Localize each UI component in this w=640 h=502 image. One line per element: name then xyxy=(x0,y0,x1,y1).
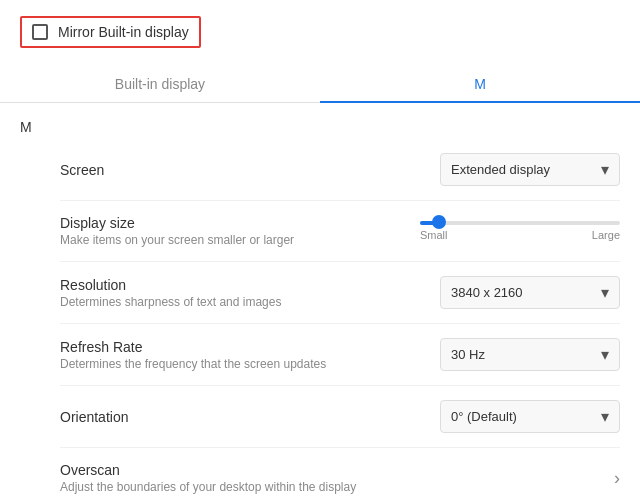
tabs-row: Built-in display M xyxy=(0,66,640,103)
setting-control-resolution: 3840 x 2160 ▾ xyxy=(420,276,620,309)
setting-control-display-size: Small Large xyxy=(420,221,620,241)
refresh-rate-dropdown-arrow-icon: ▾ xyxy=(601,345,609,364)
setting-row-resolution: Resolution Determines sharpness of text … xyxy=(60,262,620,324)
setting-row-screen: Screen Extended display ▾ xyxy=(60,139,620,201)
settings-container: Screen Extended display ▾ Display size M… xyxy=(0,139,640,502)
setting-control-orientation: 0° (Default) ▾ xyxy=(420,400,620,433)
setting-title-refresh-rate: Refresh Rate xyxy=(60,339,400,355)
tab-builtin[interactable]: Built-in display xyxy=(0,66,320,102)
setting-label-orientation: Orientation xyxy=(60,409,420,425)
resolution-dropdown-arrow-icon: ▾ xyxy=(601,283,609,302)
display-size-slider-track[interactable] xyxy=(420,221,620,225)
setting-desc-resolution: Determines sharpness of text and images xyxy=(60,295,400,309)
setting-control-screen: Extended display ▾ xyxy=(420,153,620,186)
overscan-chevron-right-icon: › xyxy=(614,468,620,489)
mirror-label: Mirror Built-in display xyxy=(58,24,189,40)
setting-row-refresh-rate: Refresh Rate Determines the frequency th… xyxy=(60,324,620,386)
resolution-dropdown[interactable]: 3840 x 2160 ▾ xyxy=(440,276,620,309)
active-display-label: M xyxy=(0,103,640,139)
display-size-slider-labels: Small Large xyxy=(420,229,620,241)
top-bar: Mirror Built-in display xyxy=(0,0,640,48)
setting-row-overscan[interactable]: Overscan Adjust the boundaries of your d… xyxy=(60,448,620,502)
setting-control-refresh-rate: 30 Hz ▾ xyxy=(420,338,620,371)
screen-dropdown-arrow-icon: ▾ xyxy=(601,160,609,179)
refresh-rate-dropdown[interactable]: 30 Hz ▾ xyxy=(440,338,620,371)
setting-label-refresh-rate: Refresh Rate Determines the frequency th… xyxy=(60,339,420,371)
setting-desc-overscan: Adjust the boundaries of your desktop wi… xyxy=(60,480,400,494)
setting-label-screen: Screen xyxy=(60,162,420,178)
setting-title-overscan: Overscan xyxy=(60,462,400,478)
setting-label-overscan: Overscan Adjust the boundaries of your d… xyxy=(60,462,420,494)
slider-min-label: Small xyxy=(420,229,448,241)
display-size-slider-thumb[interactable] xyxy=(432,215,446,229)
setting-title-screen: Screen xyxy=(60,162,400,178)
screen-dropdown[interactable]: Extended display ▾ xyxy=(440,153,620,186)
mirror-checkbox[interactable] xyxy=(32,24,48,40)
setting-title-resolution: Resolution xyxy=(60,277,400,293)
slider-max-label: Large xyxy=(592,229,620,241)
setting-title-display-size: Display size xyxy=(60,215,400,231)
setting-title-orientation: Orientation xyxy=(60,409,400,425)
setting-label-display-size: Display size Make items on your screen s… xyxy=(60,215,420,247)
setting-row-display-size: Display size Make items on your screen s… xyxy=(60,201,620,262)
setting-label-resolution: Resolution Determines sharpness of text … xyxy=(60,277,420,309)
tab-external[interactable]: M xyxy=(320,66,640,102)
setting-control-overscan: › xyxy=(420,468,620,489)
display-size-slider-container: Small Large xyxy=(420,221,620,241)
setting-desc-refresh-rate: Determines the frequency that the screen… xyxy=(60,357,400,371)
mirror-checkbox-row[interactable]: Mirror Built-in display xyxy=(20,16,201,48)
orientation-dropdown[interactable]: 0° (Default) ▾ xyxy=(440,400,620,433)
setting-row-orientation: Orientation 0° (Default) ▾ xyxy=(60,386,620,448)
setting-desc-display-size: Make items on your screen smaller or lar… xyxy=(60,233,400,247)
orientation-dropdown-arrow-icon: ▾ xyxy=(601,407,609,426)
